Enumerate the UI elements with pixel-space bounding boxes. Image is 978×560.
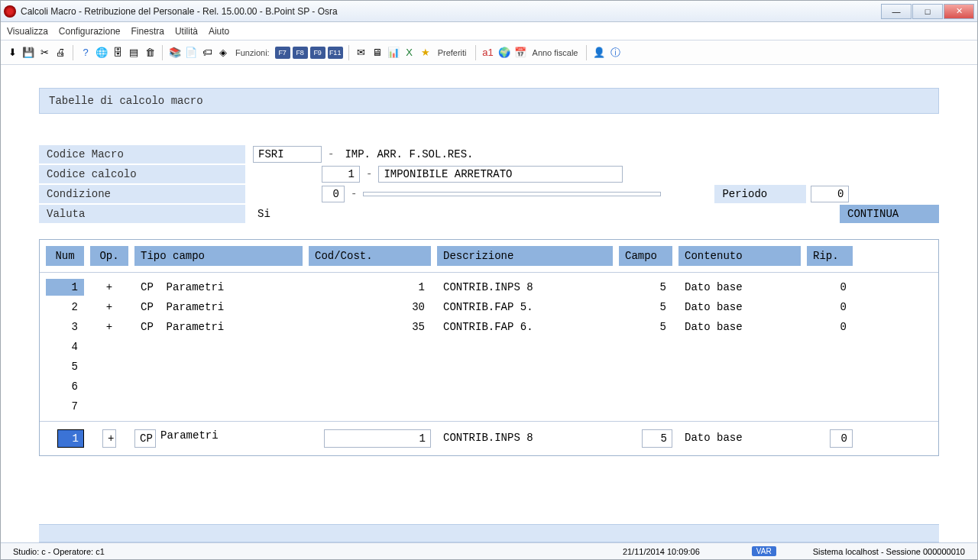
f11-key[interactable]: F11	[328, 47, 343, 59]
world-icon[interactable]: 🌍	[497, 46, 511, 60]
th-num: Num	[46, 246, 84, 266]
globe-icon[interactable]: 🌐	[95, 46, 108, 60]
cell-campo	[619, 338, 672, 355]
separator	[586, 45, 587, 60]
maximize-button[interactable]: □	[912, 4, 943, 19]
cell-cont: Dato base	[678, 279, 801, 296]
cell-desc	[437, 378, 613, 395]
var-badge: VAR	[752, 546, 776, 556]
cell-op	[90, 378, 128, 395]
cell-num: 6	[46, 378, 84, 395]
menu-visualizza[interactable]: Visualizza	[7, 26, 48, 37]
f8-key[interactable]: F8	[293, 47, 308, 59]
table-row[interactable]: 2+CP Parametri30CONTRIB.FAP 5.5Dato base…	[40, 297, 938, 317]
separator	[475, 45, 476, 60]
help-icon[interactable]: ?	[79, 46, 92, 60]
cell-cod	[309, 338, 431, 355]
table-row[interactable]: 3+CP Parametri35CONTRIB.FAP 6.5Dato base…	[40, 317, 938, 337]
export-icon[interactable]: ⬇	[5, 46, 19, 60]
th-tipo: Tipo campo	[134, 246, 303, 266]
edit-op-input[interactable]: +	[102, 429, 116, 448]
stack-icon[interactable]: 📚	[168, 46, 182, 60]
cell-rip: 0	[807, 319, 853, 335]
chart-icon[interactable]: 📊	[387, 46, 400, 60]
continua-button[interactable]: CONTINUA	[840, 205, 939, 223]
cell-cont	[678, 378, 801, 395]
codice-calcolo-desc-input[interactable]: IMPONIBILE ARRETRATO	[378, 166, 623, 183]
menu-finestra[interactable]: Finestra	[131, 26, 164, 37]
cell-cont	[678, 398, 801, 415]
anno-fiscale-label[interactable]: Anno fiscale	[533, 48, 578, 57]
print-icon[interactable]: 🖨	[53, 46, 67, 60]
tag-icon[interactable]: 🏷	[200, 46, 214, 60]
table-row[interactable]: 7	[40, 397, 938, 416]
cell-cod: 35	[309, 319, 431, 335]
edit-rip-input[interactable]: 0	[830, 429, 853, 448]
f9-key[interactable]: F9	[310, 47, 325, 59]
cell-num: 5	[46, 358, 84, 375]
menu-configurazione[interactable]: Configurazione	[59, 26, 121, 37]
form-area: Codice Macro FSRI - IMP. ARR. F.SOL.RES.…	[39, 144, 939, 224]
valuta-label: Valuta	[39, 205, 245, 223]
cut-icon[interactable]: ✂	[37, 46, 51, 60]
cell-tipo: CP Parametri	[134, 299, 303, 316]
trash-icon[interactable]: 🗑	[143, 46, 157, 60]
font-icon[interactable]: a1	[481, 46, 495, 60]
funzioni-label: Funzioni:	[235, 48, 270, 57]
cell-cont: Dato base	[678, 319, 801, 335]
monitor-icon[interactable]: 🖥	[371, 46, 384, 60]
titlebar: Calcoli Macro - Retribuzione del Persona…	[1, 1, 977, 22]
doc-icon[interactable]: 📄	[184, 46, 198, 60]
cell-op	[90, 358, 128, 375]
periodo-input[interactable]: 0	[811, 186, 849, 202]
db-icon[interactable]: 🗄	[111, 46, 125, 60]
edit-campo-input[interactable]: 5	[642, 429, 672, 448]
user-icon[interactable]: 👤	[592, 46, 606, 60]
status-studio: Studio: c - Operatore: c1	[7, 547, 111, 556]
dash: -	[351, 188, 357, 200]
edit-tipo-code-input[interactable]: CP	[134, 429, 156, 448]
th-campo: Campo	[619, 246, 672, 266]
excel-icon[interactable]: X	[403, 46, 416, 60]
status-session: Sistema localhost - Sessione 000000010	[807, 547, 971, 556]
condizione-desc-input[interactable]	[363, 192, 661, 196]
menu-utilita[interactable]: Utilità	[175, 26, 198, 37]
cell-rip	[807, 378, 853, 395]
cell-rip	[807, 338, 853, 355]
table-row[interactable]: 1+CP Parametri1CONTRIB.INPS 85Dato base0	[40, 277, 938, 297]
table-row[interactable]: 4	[40, 337, 938, 357]
cell-num: 3	[46, 319, 84, 335]
table-header: Num Op. Tipo campo Cod/Cost. Descrizione…	[40, 240, 938, 273]
th-rip: Rip.	[807, 246, 853, 266]
star-icon[interactable]: ★	[419, 46, 432, 60]
list-icon[interactable]: ▤	[127, 46, 141, 60]
calendar-icon[interactable]: 📅	[513, 46, 527, 60]
separator	[73, 45, 73, 60]
codice-macro-input[interactable]: FSRI	[253, 146, 322, 163]
codice-macro-label: Codice Macro	[39, 145, 245, 163]
cell-cod	[309, 398, 431, 415]
info-icon[interactable]: ⓘ	[608, 46, 622, 60]
table-row[interactable]: 6	[40, 377, 938, 397]
condizione-input[interactable]: 0	[322, 186, 345, 202]
close-button[interactable]: ✕	[944, 4, 974, 19]
cell-cod: 30	[309, 299, 431, 316]
codice-macro-desc: IMP. ARR. F.SOL.RES.	[340, 147, 478, 162]
app-icon	[4, 5, 16, 18]
preferiti-label[interactable]: Preferiti	[438, 48, 467, 57]
minimize-button[interactable]: —	[881, 4, 912, 19]
edit-num-input[interactable]: 1	[57, 429, 84, 448]
f7-key[interactable]: F7	[275, 47, 290, 59]
menu-aiuto[interactable]: Aiuto	[209, 26, 229, 37]
mail-icon[interactable]: ✉	[355, 46, 368, 60]
save-icon[interactable]: 💾	[21, 46, 35, 60]
module-icon[interactable]: ◈	[216, 46, 230, 60]
cell-desc	[437, 358, 613, 375]
table-row[interactable]: 5	[40, 357, 938, 377]
edit-cod-input[interactable]: 1	[324, 429, 431, 448]
cell-num: 4	[46, 338, 84, 355]
statusbar: Studio: c - Operatore: c1 21/11/2014 10:…	[1, 524, 977, 559]
dash: -	[328, 148, 334, 160]
cell-desc	[437, 398, 613, 415]
codice-calcolo-input[interactable]: 1	[322, 166, 360, 183]
